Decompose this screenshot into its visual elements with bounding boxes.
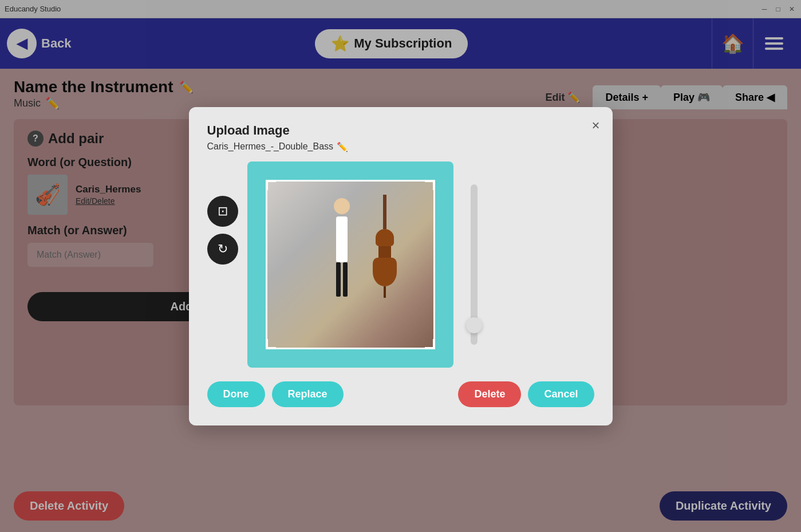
replace-button[interactable]: Replace xyxy=(272,381,344,407)
done-button[interactable]: Done xyxy=(207,381,265,407)
upload-image-modal: × Upload Image Caris_Hermes_-_Double_Bas… xyxy=(189,107,613,425)
bass-shape xyxy=(367,195,404,336)
filename-edit-icon[interactable]: ✏️ xyxy=(337,141,348,152)
cancel-button[interactable]: Cancel xyxy=(528,381,594,407)
slider-thumb[interactable] xyxy=(466,317,482,333)
close-icon: × xyxy=(591,117,599,133)
crop-corner-bl xyxy=(266,339,276,349)
bass-waist xyxy=(378,246,391,258)
modal-body: ⊡ ↻ xyxy=(207,161,594,368)
crop-icon: ⊡ xyxy=(218,204,228,219)
modal-filename: Caris_Hermes_-_Double_Bass ✏️ xyxy=(207,141,594,152)
filename-text: Caris_Hermes_-_Double_Bass xyxy=(207,141,334,152)
image-crop-area xyxy=(247,161,453,368)
slider-track xyxy=(471,184,478,345)
cancel-label: Cancel xyxy=(544,388,578,400)
right-leg xyxy=(343,262,348,297)
crop-corner-tl xyxy=(266,180,276,190)
rotate-icon: ↻ xyxy=(218,242,228,257)
rotate-tool-button[interactable]: ↻ xyxy=(207,234,238,265)
bass-spike xyxy=(384,286,386,298)
modal-actions: Done Replace Delete Cancel xyxy=(207,381,594,407)
photo-content xyxy=(267,182,433,348)
modal-delete-button[interactable]: Delete xyxy=(458,381,521,407)
replace-label: Replace xyxy=(288,388,327,400)
done-label: Done xyxy=(223,388,249,400)
body xyxy=(336,216,348,262)
crop-corner-tr xyxy=(425,180,435,190)
modal-actions-left: Done Replace xyxy=(207,381,344,407)
left-leg xyxy=(336,262,341,297)
delete-label: Delete xyxy=(474,388,505,400)
modal-actions-right: Delete Cancel xyxy=(458,381,594,407)
modal-overlay[interactable]: × Upload Image Caris_Hermes_-_Double_Bas… xyxy=(0,0,801,532)
legs xyxy=(336,262,348,297)
crop-image[interactable] xyxy=(266,180,435,349)
bass-lower-bout xyxy=(373,258,397,286)
person-silhouette xyxy=(317,198,367,331)
crop-corner-br xyxy=(425,339,435,349)
modal-title: Upload Image xyxy=(207,123,594,138)
head xyxy=(334,198,350,214)
bass-neck xyxy=(383,195,386,229)
modal-tools: ⊡ ↻ xyxy=(207,196,238,265)
zoom-slider[interactable] xyxy=(463,161,486,368)
bass-upper-bout xyxy=(376,229,394,246)
modal-close-button[interactable]: × xyxy=(591,117,599,133)
crop-tool-button[interactable]: ⊡ xyxy=(207,196,238,227)
